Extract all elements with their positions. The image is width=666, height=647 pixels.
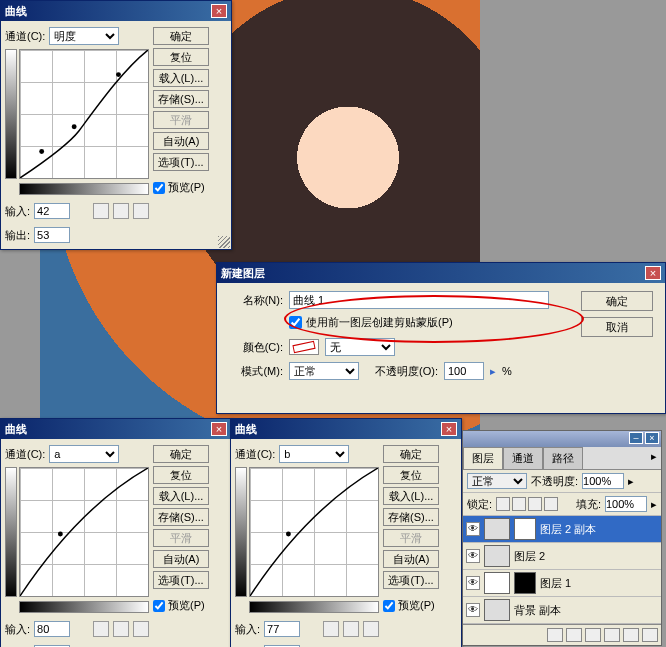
minimize-icon[interactable]: – [629, 432, 643, 444]
save-button[interactable]: 存储(S)... [383, 508, 439, 526]
curve-grid[interactable] [19, 467, 149, 597]
resize-grip-icon[interactable] [218, 236, 230, 248]
preview-checkbox[interactable] [153, 600, 165, 612]
preview-checkbox[interactable] [383, 600, 395, 612]
opacity-label: 不透明度(O): [375, 364, 438, 379]
channel-select[interactable]: a [49, 445, 119, 463]
fill-input[interactable] [605, 496, 647, 512]
layer-thumb[interactable] [484, 518, 510, 540]
auto-button[interactable]: 自动(A) [153, 132, 209, 150]
input-field[interactable] [34, 203, 70, 219]
opacity-arrow-icon[interactable]: ▸ [628, 475, 634, 488]
visibility-icon[interactable]: 👁 [466, 549, 480, 563]
vertical-gradient [235, 467, 247, 597]
close-icon[interactable]: × [441, 422, 457, 436]
mask-icon[interactable] [566, 628, 582, 642]
layer-row[interactable]: 👁图层 1 [463, 570, 661, 597]
channel-select[interactable]: 明度 [49, 27, 119, 45]
save-button[interactable]: 存储(S)... [153, 508, 209, 526]
tab-layers[interactable]: 图层 [463, 447, 503, 469]
lock-all-icon[interactable] [544, 497, 558, 511]
new-layer-icon[interactable] [623, 628, 639, 642]
layer-row[interactable]: 👁图层 2 副本 [463, 516, 661, 543]
auto-button[interactable]: 自动(A) [383, 550, 439, 568]
preview-checkbox[interactable] [153, 182, 165, 194]
load-button[interactable]: 载入(L)... [153, 487, 209, 505]
eyedropper-black-icon[interactable] [93, 621, 109, 637]
channel-select[interactable]: b [279, 445, 349, 463]
tab-paths[interactable]: 路径 [543, 447, 583, 469]
titlebar[interactable]: 曲线 × [1, 1, 231, 21]
titlebar[interactable]: 曲线 × [1, 419, 231, 439]
output-field[interactable] [34, 227, 70, 243]
tab-channels[interactable]: 通道 [503, 447, 543, 469]
layer-thumb[interactable] [484, 572, 510, 594]
name-input[interactable] [289, 291, 549, 309]
close-icon[interactable]: × [211, 4, 227, 18]
mode-select[interactable]: 正常 [289, 362, 359, 380]
blend-mode-select[interactable]: 正常 [467, 473, 527, 489]
eyedropper-gray-icon[interactable] [113, 203, 129, 219]
curve-grid[interactable] [19, 49, 149, 179]
lock-transparent-icon[interactable] [496, 497, 510, 511]
input-field[interactable] [34, 621, 70, 637]
trash-icon[interactable] [642, 628, 658, 642]
options-button[interactable]: 选项(T)... [153, 153, 209, 171]
ok-button[interactable]: 确定 [581, 291, 653, 311]
auto-button[interactable]: 自动(A) [153, 550, 209, 568]
load-button[interactable]: 载入(L)... [383, 487, 439, 505]
panel-menu-icon[interactable]: ▸ [647, 447, 661, 469]
options-button[interactable]: 选项(T)... [153, 571, 209, 589]
color-select[interactable]: 无 [325, 338, 395, 356]
layer-thumb[interactable] [484, 545, 510, 567]
titlebar[interactable]: 新建图层 × [217, 263, 665, 283]
adjustment-icon[interactable] [604, 628, 620, 642]
panel-head[interactable]: – × [463, 431, 661, 447]
preview-label: 预览(P) [168, 598, 205, 613]
fx-icon[interactable] [547, 628, 563, 642]
reset-button[interactable]: 复位 [383, 466, 439, 484]
eyedropper-gray-icon[interactable] [343, 621, 359, 637]
visibility-icon[interactable]: 👁 [466, 576, 480, 590]
layer-mask-thumb[interactable] [514, 518, 536, 540]
save-button[interactable]: 存储(S)... [153, 90, 209, 108]
eyedropper-white-icon[interactable] [133, 621, 149, 637]
eyedropper-white-icon[interactable] [133, 203, 149, 219]
reset-button[interactable]: 复位 [153, 466, 209, 484]
visibility-icon[interactable]: 👁 [466, 603, 480, 617]
eyedropper-gray-icon[interactable] [113, 621, 129, 637]
input-field[interactable] [264, 621, 300, 637]
opacity-input[interactable] [444, 362, 484, 380]
visibility-icon[interactable]: 👁 [466, 522, 480, 536]
layer-row[interactable]: 👁图层 2 [463, 543, 661, 570]
clip-checkbox[interactable] [289, 316, 302, 329]
opacity-arrow-icon[interactable]: ▸ [490, 365, 496, 378]
lock-position-icon[interactable] [528, 497, 542, 511]
fill-arrow-icon[interactable]: ▸ [651, 498, 657, 511]
ok-button[interactable]: 确定 [153, 445, 209, 463]
eyedropper-black-icon[interactable] [93, 203, 109, 219]
cancel-button[interactable]: 取消 [581, 317, 653, 337]
layer-name: 背景 副本 [514, 603, 561, 618]
eyedropper-white-icon[interactable] [363, 621, 379, 637]
close-icon[interactable]: × [211, 422, 227, 436]
eyedropper-black-icon[interactable] [323, 621, 339, 637]
opacity-input[interactable] [582, 473, 624, 489]
curve-grid[interactable] [249, 467, 379, 597]
layer-list: 👁图层 2 副本 👁图层 2 👁图层 1 👁背景 副本 [463, 516, 661, 624]
color-swatch[interactable] [289, 339, 319, 355]
name-label: 名称(N): [227, 293, 283, 308]
layer-mask-thumb[interactable] [514, 572, 536, 594]
folder-icon[interactable] [585, 628, 601, 642]
layer-row[interactable]: 👁背景 副本 [463, 597, 661, 624]
lock-pixels-icon[interactable] [512, 497, 526, 511]
layer-thumb[interactable] [484, 599, 510, 621]
load-button[interactable]: 载入(L)... [153, 69, 209, 87]
ok-button[interactable]: 确定 [153, 27, 209, 45]
reset-button[interactable]: 复位 [153, 48, 209, 66]
titlebar[interactable]: 曲线 × [231, 419, 461, 439]
ok-button[interactable]: 确定 [383, 445, 439, 463]
close-icon[interactable]: × [645, 432, 659, 444]
options-button[interactable]: 选项(T)... [383, 571, 439, 589]
close-icon[interactable]: × [645, 266, 661, 280]
